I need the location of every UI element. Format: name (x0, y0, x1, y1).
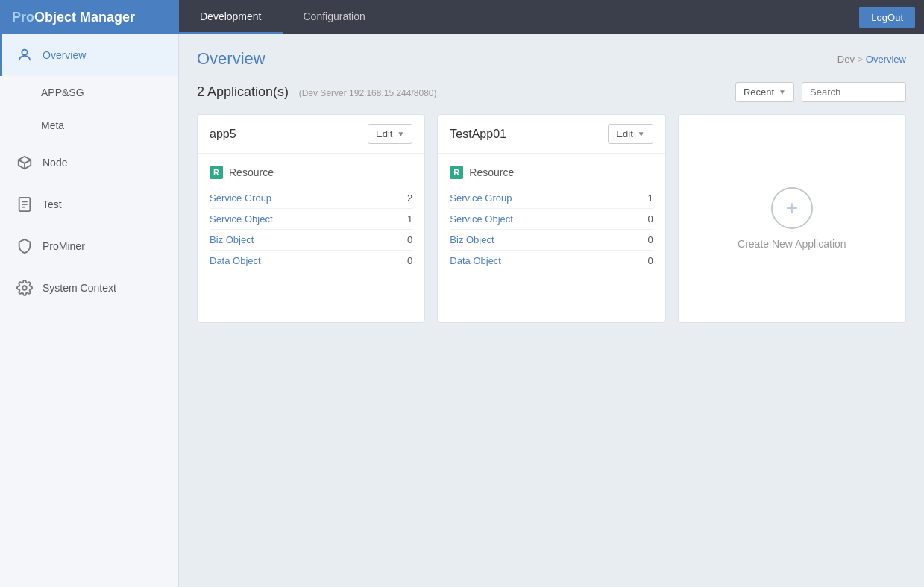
sidebar-item-system-context[interactable]: System Context (0, 267, 178, 309)
logout-button[interactable]: LogOut (859, 7, 915, 28)
testapp01-biz-object-count: 0 (638, 234, 653, 245)
breadcrumb-page: Overview (866, 54, 906, 65)
header: ProObject Manager Development Configurat… (0, 0, 924, 34)
sidebar-item-prominer[interactable]: ProMiner (0, 225, 178, 267)
svg-line-2 (19, 160, 25, 163)
sidebar-item-appsg-label: APP&SG (41, 87, 84, 98)
edit-dropdown-app5[interactable]: Edit ▼ (368, 124, 412, 144)
sidebar-item-overview-label: Overview (43, 49, 86, 61)
testapp01-resource-header: R Resource (450, 166, 653, 179)
testapp01-row-data-object: Data Object 0 (450, 251, 653, 271)
app5-row-biz-object: Biz Object 0 (210, 230, 412, 251)
app5-resource-header: R Resource (210, 166, 412, 179)
svg-point-8 (22, 286, 27, 290)
app5-resource-badge: R (210, 166, 223, 179)
sidebar-item-test-label: Test (43, 198, 62, 210)
breadcrumb-dev: Dev (837, 54, 855, 65)
gear-icon (14, 277, 35, 298)
app5-service-object-link[interactable]: Service Object (210, 213, 273, 225)
testapp01-service-group-link[interactable]: Service Group (450, 192, 512, 204)
app-card-header-app5: app5 Edit ▼ (198, 115, 424, 154)
breadcrumb-sep: > (858, 54, 866, 65)
logo: ProObject Manager (0, 0, 179, 34)
app5-row-service-object: Service Object 1 (210, 209, 412, 230)
sidebar-item-meta-label: Meta (41, 119, 64, 131)
sidebar-item-node-label: Node (43, 157, 67, 169)
nav-tabs: Development Configuration (179, 0, 859, 34)
app-card-app5: app5 Edit ▼ R Resource Service Group 2 (197, 114, 425, 323)
app5-row-service-group: Service Group 2 (210, 188, 412, 209)
svg-line-3 (25, 160, 31, 163)
doc-icon (14, 194, 35, 215)
app-card-testapp01: TestApp01 Edit ▼ R Resource Service Grou… (437, 114, 665, 323)
recent-select[interactable]: Recent ▼ (735, 82, 794, 102)
sidebar: Overview APP&SG Meta Node (0, 34, 179, 587)
nav-tab-development[interactable]: Development (179, 0, 283, 34)
nav-tab-configuration[interactable]: Configuration (283, 0, 386, 34)
app5-service-group-count: 2 (397, 192, 412, 204)
chevron-down-icon-testapp01: ▼ (638, 130, 645, 138)
sidebar-item-test[interactable]: Test (0, 183, 178, 225)
app5-biz-object-link[interactable]: Biz Object (210, 234, 254, 245)
testapp01-service-object-link[interactable]: Service Object (450, 213, 513, 225)
edit-dropdown-testapp01[interactable]: Edit ▼ (608, 124, 653, 144)
testapp01-row-service-object: Service Object 0 (450, 209, 653, 230)
sidebar-item-system-context-label: System Context (43, 282, 116, 294)
plus-icon: + (771, 187, 813, 229)
app5-resource-title: Resource (229, 166, 274, 178)
sidebar-item-appsg[interactable]: APP&SG (0, 76, 178, 109)
logo-text: ProObject Manager (12, 10, 135, 25)
app-card-header-testapp01: TestApp01 Edit ▼ (438, 115, 664, 154)
edit-label-app5: Edit (376, 128, 392, 139)
chevron-down-icon-app5: ▼ (397, 130, 404, 138)
apps-server: (Dev Server 192.168.15.244/8080) (299, 88, 437, 98)
testapp01-row-service-group: Service Group 1 (450, 188, 653, 209)
apps-controls: Recent ▼ (735, 82, 906, 102)
content-header: Overview Dev > Overview (197, 49, 906, 69)
testapp01-name: TestApp01 (450, 128, 506, 141)
page-title: Overview (197, 49, 265, 69)
recent-label: Recent (744, 87, 774, 98)
sidebar-item-prominer-label: ProMiner (43, 240, 85, 252)
testapp01-service-group-count: 1 (638, 192, 653, 204)
testapp01-body: R Resource Service Group 1 Service Objec… (438, 154, 664, 283)
apps-count: 2 Application(s) (197, 84, 289, 99)
create-new-label: Create New Application (738, 238, 846, 250)
apps-bar: 2 Application(s) (Dev Server 192.168.15.… (197, 82, 906, 102)
app5-service-object-count: 1 (397, 213, 412, 225)
app5-data-object-link[interactable]: Data Object (210, 255, 261, 266)
user-icon (14, 45, 35, 66)
testapp01-resource-badge: R (450, 166, 463, 179)
testapp01-biz-object-link[interactable]: Biz Object (450, 234, 494, 245)
sidebar-item-meta[interactable]: Meta (0, 109, 178, 142)
sidebar-item-overview[interactable]: Overview (0, 34, 178, 76)
app5-body: R Resource Service Group 2 Service Objec… (198, 154, 424, 283)
shield-icon (14, 236, 35, 257)
chevron-down-icon: ▼ (779, 88, 786, 96)
app5-service-group-link[interactable]: Service Group (210, 192, 271, 204)
testapp01-service-object-count: 0 (638, 213, 653, 225)
app5-row-data-object: Data Object 0 (210, 251, 412, 271)
testapp01-data-object-count: 0 (638, 255, 653, 266)
apps-count-area: 2 Application(s) (Dev Server 192.168.15.… (197, 84, 437, 100)
testapp01-row-biz-object: Biz Object 0 (450, 230, 653, 251)
app5-data-object-count: 0 (397, 255, 412, 266)
create-new-app-card[interactable]: + Create New Application (678, 114, 906, 323)
main-content: Overview Dev > Overview 2 Application(s)… (179, 34, 924, 587)
search-input[interactable] (802, 82, 906, 102)
apps-grid: app5 Edit ▼ R Resource Service Group 2 (197, 114, 906, 323)
app5-biz-object-count: 0 (397, 234, 412, 245)
testapp01-data-object-link[interactable]: Data Object (450, 255, 501, 266)
cube-icon (14, 152, 35, 173)
sidebar-item-node[interactable]: Node (0, 142, 178, 183)
testapp01-resource-title: Resource (469, 166, 514, 178)
main-layout: Overview APP&SG Meta Node (0, 34, 924, 587)
app5-name: app5 (210, 128, 236, 141)
svg-point-0 (22, 50, 27, 55)
breadcrumb: Dev > Overview (837, 54, 906, 65)
edit-label-testapp01: Edit (616, 128, 632, 139)
